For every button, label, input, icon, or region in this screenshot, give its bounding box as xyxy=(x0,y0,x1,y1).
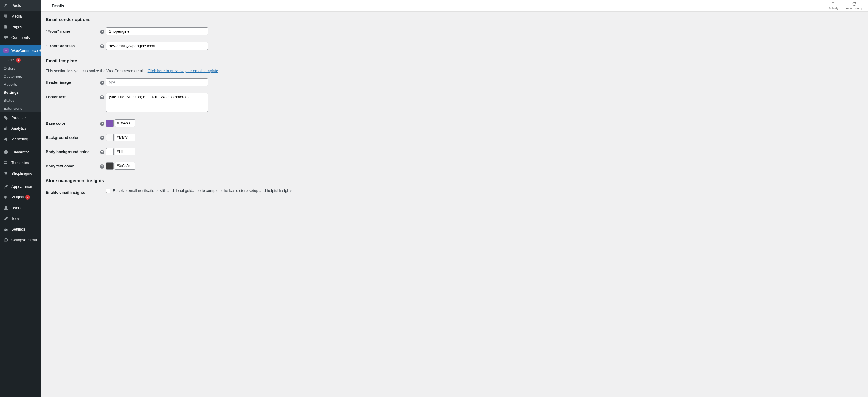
comment-icon xyxy=(3,34,9,40)
help-icon[interactable]: ? xyxy=(100,44,104,49)
store-insights-section: Store management insights Enable email i… xyxy=(46,178,863,195)
header-image-input[interactable] xyxy=(106,78,208,86)
sidebar-item-posts[interactable]: Posts xyxy=(0,0,41,11)
sidebar-sub-settings[interactable]: Settings xyxy=(0,88,41,96)
sidebar-item-tools[interactable]: Tools xyxy=(0,213,41,224)
sidebar-item-elementor[interactable]: Elementor xyxy=(0,147,41,158)
base-color-input[interactable] xyxy=(115,119,135,127)
brush-icon xyxy=(3,184,9,190)
svg-rect-1 xyxy=(5,127,6,130)
plugin-icon xyxy=(3,194,9,200)
from-name-label: "From" name xyxy=(46,27,99,33)
help-icon[interactable]: ? xyxy=(100,136,104,140)
sidebar-item-label: Plugins xyxy=(11,195,24,200)
help-icon[interactable]: ? xyxy=(100,164,104,169)
sidebar-item-analytics[interactable]: Analytics xyxy=(0,123,41,134)
sidebar-sub-orders[interactable]: Orders xyxy=(0,64,41,72)
topbar-actions: Activity Finish setup xyxy=(828,1,863,10)
admin-sidebar: Posts Media Pages Comments W WooCommerce xyxy=(0,0,41,397)
help-icon[interactable]: ? xyxy=(100,81,104,85)
page-title: Emails xyxy=(46,4,64,8)
sidebar-sub-status[interactable]: Status xyxy=(0,96,41,104)
help-icon[interactable]: ? xyxy=(100,122,104,126)
from-name-input[interactable] xyxy=(106,27,208,35)
activity-button[interactable]: Activity xyxy=(828,1,839,10)
email-template-section: Email template This section lets you cus… xyxy=(46,58,863,170)
preview-template-link[interactable]: Click here to preview your email templat… xyxy=(148,68,218,73)
section-description: This section lets you customize the WooC… xyxy=(46,68,863,73)
base-color-label: Base color xyxy=(46,119,99,125)
sidebar-item-plugins[interactable]: Plugins 2 xyxy=(0,192,41,203)
products-icon xyxy=(3,115,9,121)
woocommerce-submenu: Home 4 Orders Customers Reports Settings… xyxy=(0,56,41,113)
bg-color-swatch[interactable] xyxy=(106,134,114,141)
body-text-input[interactable] xyxy=(115,162,135,170)
enable-insights-text: Receive email notifications with additio… xyxy=(113,188,292,193)
sidebar-item-settings[interactable]: Settings xyxy=(0,224,41,235)
header-image-row: Header image ? xyxy=(46,78,863,86)
from-address-row: "From" address ? xyxy=(46,42,863,50)
elementor-icon xyxy=(3,149,9,155)
sidebar-item-comments[interactable]: Comments xyxy=(0,32,41,43)
sidebar-item-products[interactable]: Products xyxy=(0,113,41,123)
from-address-label: "From" address xyxy=(46,42,99,48)
sidebar-item-users[interactable]: Users xyxy=(0,203,41,213)
base-color-swatch[interactable] xyxy=(106,120,114,127)
finish-setup-button[interactable]: Finish setup xyxy=(846,1,863,10)
body-text-swatch[interactable] xyxy=(106,162,114,170)
sidebar-sub-label: Home xyxy=(4,58,14,62)
header-image-label: Header image xyxy=(46,78,99,85)
sidebar-item-media[interactable]: Media xyxy=(0,11,41,21)
body-bg-swatch[interactable] xyxy=(106,148,114,155)
svg-point-5 xyxy=(5,227,6,228)
sidebar-item-pages[interactable]: Pages xyxy=(0,21,41,32)
sidebar-item-label: Users xyxy=(11,206,21,210)
svg-point-4 xyxy=(5,206,7,208)
sidebar-item-label: Comments xyxy=(11,35,30,40)
section-title: Email sender options xyxy=(46,17,863,22)
sidebar-item-shopengine[interactable]: ShopEngine xyxy=(0,168,41,179)
from-address-input[interactable] xyxy=(106,42,208,50)
base-color-row: Base color ? xyxy=(46,119,863,127)
help-icon[interactable]: ? xyxy=(100,30,104,34)
sidebar-item-label: Templates xyxy=(11,160,29,165)
woocommerce-icon: W xyxy=(3,48,9,53)
sliders-icon xyxy=(3,226,9,232)
sidebar-item-collapse[interactable]: Collapse menu xyxy=(0,235,41,245)
main-content: Emails Activity Finish setup Emai xyxy=(41,0,868,397)
sidebar-item-label: Tools xyxy=(11,216,20,221)
from-name-row: "From" name ? xyxy=(46,27,863,35)
collapse-icon xyxy=(3,237,9,243)
svg-rect-0 xyxy=(4,128,5,130)
bg-color-input[interactable] xyxy=(115,133,135,141)
svg-point-8 xyxy=(4,238,7,242)
email-sender-section: Email sender options "From" name ? "From… xyxy=(46,17,863,50)
sidebar-sub-customers[interactable]: Customers xyxy=(0,72,41,81)
sidebar-item-templates[interactable]: Templates xyxy=(0,158,41,168)
shopengine-icon xyxy=(3,171,9,177)
activity-label: Activity xyxy=(828,6,839,10)
page-icon xyxy=(3,24,9,30)
finish-label: Finish setup xyxy=(846,6,863,10)
plugins-badge: 2 xyxy=(25,195,30,200)
sidebar-item-woocommerce[interactable]: W WooCommerce xyxy=(0,45,41,56)
body-bg-input[interactable] xyxy=(115,148,135,155)
section-title: Email template xyxy=(46,58,863,63)
enable-insights-label: Enable email insights xyxy=(46,188,99,195)
help-icon[interactable]: ? xyxy=(100,95,104,99)
progress-icon xyxy=(852,1,857,6)
sidebar-item-label: Marketing xyxy=(11,137,28,141)
footer-text-input[interactable] xyxy=(106,93,208,112)
enable-insights-checkbox[interactable] xyxy=(106,189,111,193)
sidebar-sub-home[interactable]: Home 4 xyxy=(0,56,41,64)
sidebar-sub-extensions[interactable]: Extensions xyxy=(0,104,41,113)
sidebar-item-appearance[interactable]: Appearance xyxy=(0,181,41,192)
svg-rect-2 xyxy=(6,126,7,130)
sidebar-sub-reports[interactable]: Reports xyxy=(0,81,41,88)
enable-insights-row: Enable email insights Receive email noti… xyxy=(46,188,863,195)
pin-icon xyxy=(3,2,9,8)
help-icon[interactable]: ? xyxy=(100,150,104,154)
bg-color-row: Background color ? xyxy=(46,133,863,141)
svg-point-7 xyxy=(5,230,6,231)
sidebar-item-marketing[interactable]: Marketing xyxy=(0,134,41,145)
